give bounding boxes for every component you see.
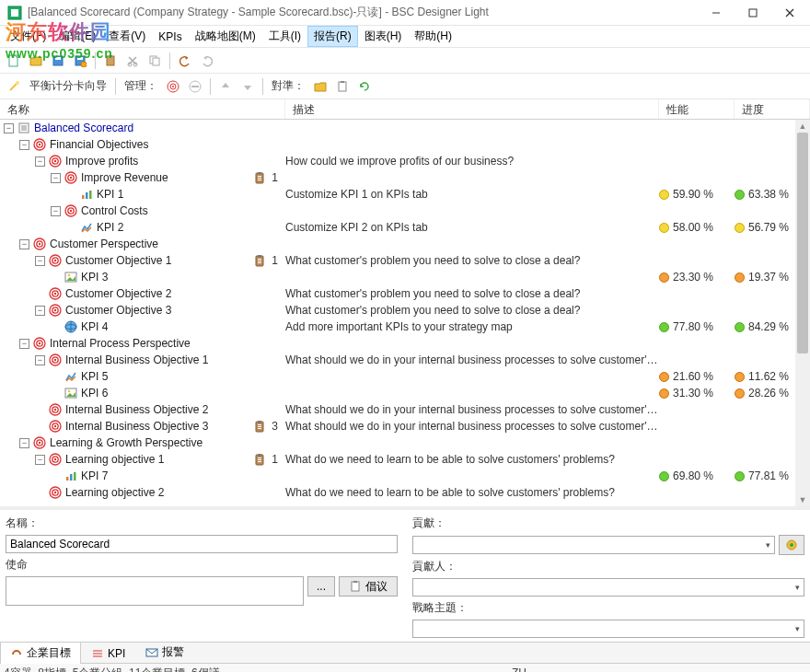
tab-objectives[interactable]: 企業目標: [0, 642, 81, 664]
expander-icon[interactable]: −: [35, 156, 45, 167]
tree-row[interactable]: Internal Business Objective 33What shoul…: [0, 418, 810, 434]
align-refresh-button[interactable]: [354, 76, 375, 97]
expander-icon[interactable]: −: [19, 339, 29, 349]
scroll-thumb[interactable]: [797, 133, 808, 353]
tree-row[interactable]: Customer Objective 2What customer's prob…: [0, 285, 810, 302]
tree-row[interactable]: KPI 1Customize KPI 1 on KPIs tab59.90 %6…: [0, 186, 810, 203]
menu-report[interactable]: 报告(R): [307, 26, 358, 47]
undo-button[interactable]: [175, 51, 195, 71]
svg-rect-24: [339, 82, 346, 91]
move-down-button[interactable]: [237, 76, 258, 97]
tree-row[interactable]: −Improve Revenue1: [0, 169, 810, 186]
clipboard-icon[interactable]: [253, 171, 266, 184]
svg-point-96: [54, 458, 56, 460]
maximize-button[interactable]: [735, 0, 771, 26]
menu-file[interactable]: 文件(F): [4, 26, 52, 47]
vertical-scrollbar[interactable]: ▲ ▼: [795, 120, 810, 506]
expander-icon[interactable]: −: [35, 256, 45, 266]
expander-icon[interactable]: −: [35, 306, 45, 316]
menu-help[interactable]: 帮助(H): [408, 26, 458, 47]
node-label: KPI 4: [81, 320, 108, 333]
open-button[interactable]: [26, 51, 46, 71]
mission-browse-button[interactable]: ...: [307, 576, 335, 597]
node-label[interactable]: Balanced Scorecard: [34, 122, 133, 134]
expander-icon[interactable]: −: [19, 140, 29, 150]
tree-row[interactable]: −Internal Process Perspective: [0, 335, 810, 352]
manage-delete-button[interactable]: [185, 76, 205, 97]
tree-row[interactable]: KPI 2Customize KPI 2 on KPIs tab58.00 %5…: [0, 219, 810, 236]
scroll-up-arrow[interactable]: ▲: [795, 120, 810, 133]
wizard-label[interactable]: 平衡计分卡向导: [26, 78, 110, 94]
align-clipboard-button[interactable]: [332, 76, 353, 97]
tree-row[interactable]: −Customer Perspective: [0, 236, 810, 252]
tree-row[interactable]: Internal Business Objective 2What should…: [0, 401, 810, 418]
clipboard-icon[interactable]: [253, 453, 266, 466]
expander-icon[interactable]: −: [35, 355, 45, 365]
column-description[interactable]: 描述: [285, 99, 659, 119]
tree-row[interactable]: KPI 769.80 %77.81 %: [0, 468, 810, 484]
menu-view[interactable]: 查看(V): [102, 26, 152, 47]
copy-button[interactable]: [145, 51, 165, 71]
cell-description: Add more important KPIs to your strategy…: [285, 320, 659, 333]
redo-button[interactable]: [197, 51, 217, 71]
tab-alerts[interactable]: 报警: [135, 641, 194, 663]
align-folder-button[interactable]: [310, 76, 330, 97]
tree-row[interactable]: Learning objective 2What do we need to l…: [0, 484, 810, 501]
contribution-select[interactable]: ▾: [412, 536, 775, 554]
expander-icon[interactable]: −: [51, 173, 61, 183]
expander-icon[interactable]: −: [51, 206, 61, 216]
status-dot-icon: [659, 190, 669, 200]
tree-row[interactable]: KPI 323.30 %19.37 %: [0, 269, 810, 285]
tree-row[interactable]: −Internal Business Objective 1What shoul…: [0, 352, 810, 368]
tree-row[interactable]: −Improve profitsHow could we improve pro…: [0, 153, 810, 169]
contributor-select[interactable]: ▾: [412, 578, 804, 597]
node-label: Internal Business Objective 1: [65, 353, 208, 366]
svg-point-93: [39, 442, 40, 444]
scroll-down-arrow[interactable]: ▼: [795, 493, 810, 506]
clipboard-icon[interactable]: [253, 420, 266, 433]
manage-target-button[interactable]: [163, 76, 183, 97]
tree-row[interactable]: −Financial Objectives: [0, 136, 810, 153]
expander-icon[interactable]: −: [19, 239, 29, 249]
save-button[interactable]: [48, 51, 68, 71]
tree-row[interactable]: −Learning objective 11What do we need to…: [0, 451, 810, 468]
move-up-button[interactable]: [215, 76, 236, 97]
tree-row[interactable]: −Learning & Growth Perspective: [0, 434, 810, 451]
initiative-button[interactable]: 倡议: [339, 576, 398, 597]
detail-mission-textarea[interactable]: [6, 576, 304, 606]
cut-button[interactable]: [122, 51, 143, 71]
new-button[interactable]: [4, 51, 24, 71]
tree-row[interactable]: −Customer Objective 3What customer's pro…: [0, 302, 810, 319]
expander-icon[interactable]: −: [19, 438, 29, 448]
svg-rect-57: [258, 255, 261, 258]
tab-kpi[interactable]: KPI: [81, 643, 135, 663]
status-dot-icon: [659, 388, 669, 399]
tree-grid[interactable]: −Balanced Scorecard−Financial Objectives…: [0, 120, 810, 506]
detail-name-input[interactable]: [6, 535, 398, 553]
column-name[interactable]: 名称: [0, 99, 285, 119]
target-icon: [33, 337, 46, 350]
menu-chart[interactable]: 图表(H): [358, 26, 409, 47]
paste-button[interactable]: [100, 51, 121, 71]
expander-icon[interactable]: −: [35, 455, 45, 465]
clipboard-icon[interactable]: [253, 254, 266, 267]
column-progress[interactable]: 进度: [735, 99, 810, 119]
menu-tools[interactable]: 工具(I): [262, 26, 307, 47]
menu-strategy-map[interactable]: 战略地图(M): [189, 26, 262, 47]
contribution-settings-button[interactable]: [779, 535, 804, 555]
close-button[interactable]: [771, 0, 808, 26]
tree-row[interactable]: −Balanced Scorecard: [0, 120, 810, 136]
tree-row[interactable]: KPI 631.30 %28.26 %: [0, 385, 810, 401]
tree-row[interactable]: KPI 521.60 %11.62 %: [0, 368, 810, 385]
theme-select[interactable]: ▾: [412, 620, 804, 638]
menu-kpis[interactable]: KPIs: [152, 28, 188, 46]
tree-row[interactable]: −Control Costs: [0, 203, 810, 219]
expander-icon[interactable]: −: [4, 123, 14, 133]
tree-row[interactable]: −Customer Objective 11What customer's pr…: [0, 252, 810, 269]
wizard-icon[interactable]: [4, 76, 24, 97]
tree-row[interactable]: KPI 4Add more important KPIs to your str…: [0, 319, 810, 335]
save-as-button[interactable]: [70, 51, 90, 71]
column-performance[interactable]: 性能: [659, 99, 735, 119]
minimize-button[interactable]: [698, 0, 735, 26]
menu-edit[interactable]: 编辑(E): [52, 26, 102, 47]
